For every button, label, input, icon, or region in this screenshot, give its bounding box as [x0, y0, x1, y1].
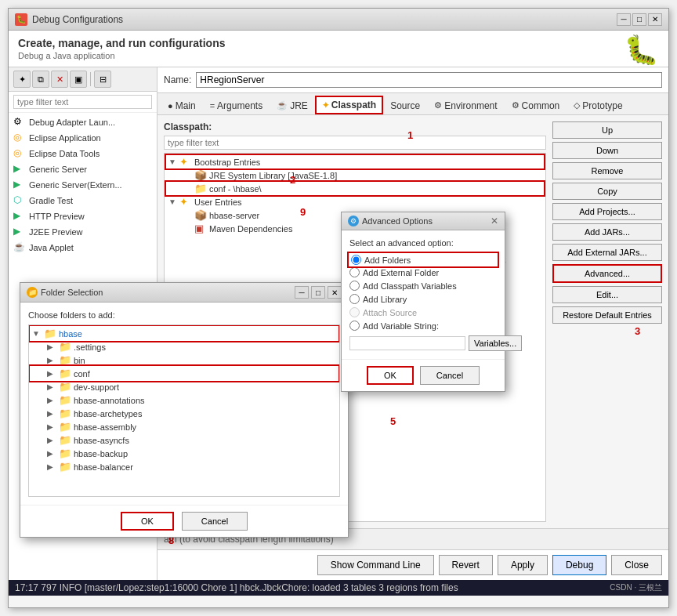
gradle-icon: ⬡ [13, 194, 26, 207]
variables-button[interactable]: Variables... [469, 335, 522, 351]
folder-item-dev-support[interactable]: ▶ 📁 dev-support [31, 380, 338, 393]
add-jars-button[interactable]: Add JARs... [552, 223, 662, 241]
copy-button[interactable]: Copy [552, 183, 662, 200]
tree-item-label: Bootstrap Entries [194, 158, 260, 167]
tab-main[interactable]: ● Main [161, 96, 203, 114]
sidebar-item-http[interactable]: ▶ HTTP Preview [9, 208, 157, 224]
folder-item-hbase-annotations[interactable]: ▶ 📁 hbase-annotations [31, 393, 338, 407]
tree-item-jre[interactable]: 📦 JRE System Library [JavaSE-1.8] [166, 168, 544, 182]
delete-button[interactable]: ✕ [51, 71, 68, 88]
sidebar-item-generic-server[interactable]: ▶ Generic Server [9, 161, 157, 177]
sidebar-item-label: Generic Server [29, 165, 87, 174]
add-projects-button[interactable]: Add Projects... [552, 203, 662, 220]
folder-cancel-button[interactable]: Cancel [182, 512, 248, 531]
apply-button[interactable]: Apply [498, 555, 548, 575]
collapse-button[interactable]: ⊟ [94, 71, 111, 88]
filter-input[interactable] [13, 95, 152, 109]
folder-item-hbase-assembly[interactable]: ▶ 📁 hbase-assembly [31, 420, 338, 433]
folder-icon: 📁 [59, 341, 71, 353]
folder-item-hbase-archetypes[interactable]: ▶ 📁 hbase-archetypes [31, 407, 338, 420]
close-button[interactable]: ✕ [648, 13, 662, 26]
annotation-1: 1 [407, 129, 413, 141]
advanced-ok-button[interactable]: OK [367, 366, 414, 385]
folder-ok-button[interactable]: OK [121, 512, 174, 531]
attach-source-option[interactable]: Attach Source [349, 306, 497, 319]
sidebar-item-eclipse-data[interactable]: ◎ Eclipse Data Tools [9, 146, 157, 161]
folder-dialog-body: Choose folders to add: ▼ 📁 hbase ▶ 📁 .se… [20, 303, 348, 505]
advanced-cancel-button[interactable]: Cancel [420, 366, 480, 385]
show-command-line-button[interactable]: Show Command Line [317, 555, 434, 575]
tree-item-conf[interactable]: 📁 conf - \hbase\ [166, 182, 544, 195]
tab-common[interactable]: ⚙ Common [505, 96, 567, 114]
duplicate-button[interactable]: ⧉ [32, 71, 49, 88]
revert-button[interactable]: Revert [439, 555, 493, 575]
folder-dialog-close[interactable]: ✕ [328, 286, 342, 299]
folder-icon: 📁 [59, 354, 71, 366]
sidebar-item-gradle[interactable]: ⬡ Gradle Test [9, 193, 157, 208]
filter-button[interactable]: ▣ [70, 71, 87, 88]
add-classpath-variables-option[interactable]: Add Classpath Variables [349, 279, 497, 292]
expand-icon [183, 171, 192, 180]
header-subtitle: Debug a Java application [18, 51, 614, 60]
down-button[interactable]: Down [552, 142, 662, 159]
edit-button[interactable]: Edit... [552, 286, 662, 303]
sidebar-item-java-applet[interactable]: ☕ Java Applet [9, 240, 157, 255]
close-button[interactable]: Close [611, 555, 662, 575]
sidebar-item-j2ee[interactable]: ▶ J2EE Preview [9, 224, 157, 240]
folder-icon: 📁 [59, 394, 71, 406]
restore-button[interactable]: Restore Default Entries [552, 306, 662, 324]
tree-item-label: User Entries [194, 197, 242, 207]
tab-classpath[interactable]: ✦ Classpath [315, 96, 383, 114]
folder-item-hbase-balancer[interactable]: ▶ 📁 hbase-balancer [31, 460, 338, 473]
folder-dialog-maximize[interactable]: □ [311, 286, 325, 299]
advanced-button[interactable]: Advanced... [552, 264, 662, 283]
expand-icon: ▼ [168, 158, 177, 167]
add-variable-string-radio[interactable] [349, 321, 360, 331]
add-variable-string-option[interactable]: Add Variable String: [349, 319, 497, 332]
folder-item-hbase[interactable]: ▼ 📁 hbase [31, 327, 338, 340]
tab-environment[interactable]: ⚙ Environment [427, 96, 504, 114]
add-external-folder-option[interactable]: Add External Folder [349, 266, 497, 279]
tab-source[interactable]: Source [383, 96, 427, 114]
folder-item-settings[interactable]: ▶ 📁 .settings [31, 340, 338, 353]
header-area: Create, manage, and run configurations D… [9, 31, 668, 67]
tree-item-bootstrap[interactable]: ▼ ✦ Bootstrap Entries [166, 155, 544, 168]
folder-dialog-buttons: OK Cancel [20, 505, 348, 537]
add-library-option[interactable]: Add Library [349, 292, 497, 306]
advanced-dialog-close-button[interactable]: ✕ [491, 216, 498, 226]
expand-icon: ▶ [47, 436, 56, 444]
folder-dialog-subtitle: Choose folders to add: [28, 310, 340, 320]
sidebar-item-debug-adapter[interactable]: ⚙ Debug Adapter Laun... [9, 114, 157, 130]
tab-arguments[interactable]: = Arguments [203, 96, 270, 114]
remove-button[interactable]: Remove [552, 162, 662, 179]
sidebar-filter[interactable] [9, 92, 157, 113]
add-external-folder-radio[interactable] [349, 267, 360, 277]
up-button[interactable]: Up [552, 121, 662, 139]
debug-button[interactable]: Debug [552, 555, 606, 575]
add-external-jars-button[interactable]: Add External JARs... [552, 244, 662, 261]
classpath-filter-input[interactable] [164, 136, 546, 150]
sidebar-item-generic-server2[interactable]: ▶ Generic Server(Extern... [9, 177, 157, 193]
add-folders-option[interactable]: Add Folders [349, 254, 497, 266]
variable-input[interactable] [349, 336, 465, 350]
minimize-button[interactable]: ─ [617, 13, 631, 26]
sidebar-item-eclipse-app[interactable]: ◎ Eclipse Application [9, 130, 157, 146]
classpath-label: Classpath: [164, 121, 546, 132]
tab-jre[interactable]: ☕ JRE [270, 96, 315, 114]
tab-prototype[interactable]: ◇ Prototype [567, 96, 629, 114]
jar-icon: 📦 [194, 209, 207, 221]
folder-item-label: conf [74, 369, 90, 379]
name-input[interactable] [196, 72, 662, 88]
maximize-button[interactable]: □ [632, 13, 646, 26]
folder-item-hbase-asyncfs[interactable]: ▶ 📁 hbase-asyncfs [31, 433, 338, 447]
folder-item-hbase-backup[interactable]: ▶ 📁 hbase-backup [31, 447, 338, 460]
new-config-button[interactable]: ✦ [13, 71, 31, 88]
folder-item-bin[interactable]: ▶ 📁 bin [31, 353, 338, 367]
add-library-radio[interactable] [349, 294, 360, 304]
folder-icon: 📁 [194, 183, 207, 194]
folder-dialog-minimize[interactable]: ─ [295, 286, 309, 299]
add-classpath-radio[interactable] [349, 281, 360, 291]
add-folders-radio[interactable] [351, 255, 361, 265]
folder-item-conf[interactable]: ▶ 📁 conf [31, 367, 338, 380]
tree-item-user-entries[interactable]: ▼ ✦ User Entries [166, 195, 544, 208]
